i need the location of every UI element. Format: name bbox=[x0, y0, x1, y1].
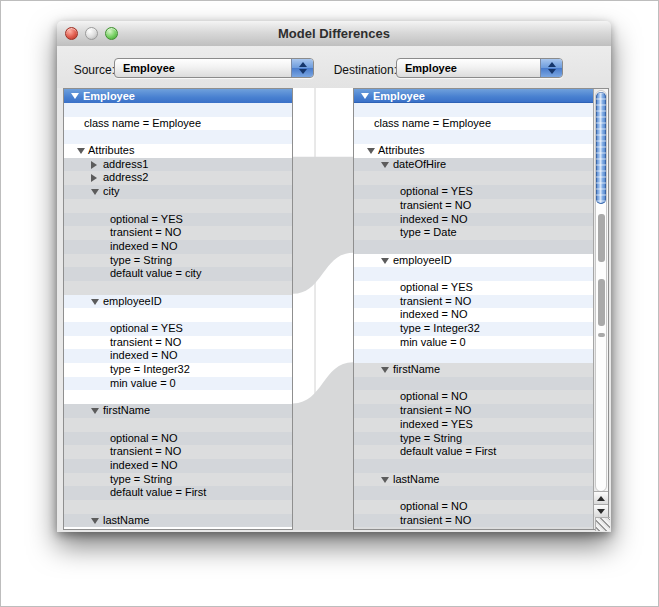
outline-row: class name = Employee bbox=[354, 117, 593, 131]
disclosure-triangle-icon[interactable] bbox=[91, 161, 97, 169]
source-entity-header[interactable]: Employee bbox=[64, 89, 292, 104]
outline-row-label: Attributes bbox=[88, 144, 134, 158]
outline-row: type = String bbox=[64, 254, 292, 268]
diff-connector-gutter bbox=[293, 88, 353, 530]
outline-row bbox=[354, 240, 593, 254]
screenshot-canvas: Model Differences Source: Employee Desti… bbox=[0, 0, 659, 607]
popup-arrows-icon bbox=[540, 59, 562, 77]
disclosure-triangle-icon[interactable] bbox=[91, 299, 99, 305]
outline-row-label: type = Integer32 bbox=[400, 322, 480, 336]
scroll-up-button[interactable] bbox=[594, 491, 608, 504]
scrollbar-thumb[interactable] bbox=[596, 92, 606, 204]
diff-position-marker bbox=[598, 279, 605, 326]
outline-row bbox=[64, 103, 292, 117]
outline-row[interactable]: lastName bbox=[354, 473, 593, 487]
outline-row-label: employeeID bbox=[393, 254, 452, 268]
outline-row[interactable]: address2 bbox=[64, 171, 292, 185]
outline-row bbox=[64, 130, 292, 144]
outline-row-label: default value = First bbox=[110, 486, 206, 500]
outline-row[interactable]: address1 bbox=[64, 158, 292, 172]
outline-row-label: indexed = YES bbox=[400, 418, 473, 432]
outline-row: indexed = NO bbox=[354, 213, 593, 227]
outline-row[interactable]: city bbox=[64, 185, 292, 199]
outline-row-label: transient = NO bbox=[110, 226, 181, 240]
destination-entity-header[interactable]: Employee bbox=[354, 89, 594, 103]
outline-row[interactable]: lastName bbox=[64, 514, 292, 528]
disclosure-triangle-icon[interactable] bbox=[381, 162, 389, 168]
outline-row-label: optional = NO bbox=[400, 500, 468, 514]
outline-row bbox=[354, 486, 593, 500]
outline-row: transient = NO bbox=[354, 404, 593, 418]
outline-row-label: indexed = NO bbox=[400, 213, 468, 227]
disclosure-triangle-icon[interactable] bbox=[381, 477, 389, 483]
source-outline-pane: Employee class name = EmployeeAttributes… bbox=[63, 88, 293, 530]
outline-row: optional = NO bbox=[64, 432, 292, 446]
outline-row[interactable]: firstName bbox=[64, 404, 292, 418]
outline-row: optional = YES bbox=[64, 322, 292, 336]
outline-row: type = Integer32 bbox=[64, 363, 292, 377]
destination-popup[interactable]: Employee bbox=[396, 58, 563, 78]
resize-grip[interactable] bbox=[595, 517, 610, 531]
outline-row bbox=[64, 308, 292, 322]
outline-row[interactable]: Attributes bbox=[64, 144, 292, 158]
outline-row[interactable]: firstName bbox=[354, 363, 593, 377]
disclosure-triangle-icon[interactable] bbox=[367, 148, 375, 154]
disclosure-triangle-icon[interactable] bbox=[381, 367, 389, 373]
outline-row-label: default value = First bbox=[400, 445, 496, 459]
destination-outline-pane: Employee class name = EmployeeAttributes… bbox=[353, 88, 609, 530]
outline-row-label: optional = YES bbox=[400, 185, 473, 199]
entity-name: Employee bbox=[373, 89, 425, 103]
scroll-down-button[interactable] bbox=[594, 504, 608, 517]
entity-name: Employee bbox=[83, 89, 135, 103]
outline-row bbox=[64, 500, 292, 514]
disclosure-triangle-icon bbox=[361, 93, 369, 99]
outline-row-label: type = Date bbox=[400, 226, 457, 240]
disclosure-triangle-icon[interactable] bbox=[381, 258, 389, 264]
outline-row[interactable]: employeeID bbox=[64, 295, 292, 309]
source-outline-rows: class name = EmployeeAttributesaddress1a… bbox=[64, 103, 292, 529]
outline-row-label: dateOfHire bbox=[393, 158, 446, 172]
outline-row-label: transient = NO bbox=[400, 404, 471, 418]
outline-row[interactable]: Attributes bbox=[354, 144, 593, 158]
outline-row-label: indexed = NO bbox=[110, 240, 178, 254]
outline-row-label: optional = NO bbox=[400, 390, 468, 404]
toolbar: Source: Employee Destination: Employee bbox=[57, 46, 611, 88]
outline-row-label: transient = NO bbox=[400, 514, 471, 528]
outline-row-label: optional = YES bbox=[400, 281, 473, 295]
outline-row bbox=[354, 171, 593, 185]
outline-row-label: type = Integer32 bbox=[110, 363, 190, 377]
outline-row: transient = NO bbox=[354, 514, 593, 528]
disclosure-triangle-icon[interactable] bbox=[91, 189, 99, 195]
outline-row-label: transient = NO bbox=[400, 295, 471, 309]
vertical-scrollbar[interactable] bbox=[593, 89, 608, 529]
outline-row-label: address1 bbox=[103, 158, 148, 172]
window-title: Model Differences bbox=[57, 21, 611, 46]
outline-row: indexed = YES bbox=[354, 418, 593, 432]
outline-row bbox=[354, 130, 593, 144]
outline-row[interactable]: dateOfHire bbox=[354, 158, 593, 172]
outline-row: default value = First bbox=[64, 486, 292, 500]
disclosure-triangle-icon[interactable] bbox=[91, 518, 99, 524]
outline-row: type = Integer32 bbox=[354, 322, 593, 336]
up-arrow-icon bbox=[597, 496, 605, 501]
source-popup[interactable]: Employee bbox=[114, 58, 314, 78]
outline-row bbox=[354, 103, 593, 117]
outline-row: optional = NO bbox=[354, 500, 593, 514]
outline-row-label: Attributes bbox=[378, 144, 424, 158]
scrollbar-track[interactable] bbox=[595, 90, 607, 492]
diff-connector-shapes bbox=[293, 88, 353, 530]
outline-row-label: transient = NO bbox=[110, 336, 181, 350]
disclosure-triangle-icon[interactable] bbox=[91, 174, 97, 182]
disclosure-triangle-icon[interactable] bbox=[77, 148, 85, 154]
outline-row-label: min value = 0 bbox=[400, 336, 466, 350]
disclosure-triangle-icon[interactable] bbox=[91, 408, 99, 414]
title-bar[interactable]: Model Differences bbox=[57, 21, 611, 47]
outline-row: transient = NO bbox=[64, 445, 292, 459]
outline-row: type = String bbox=[354, 432, 593, 446]
outline-row: class name = Employee bbox=[64, 117, 292, 131]
outline-row bbox=[354, 377, 593, 391]
outline-row: optional = YES bbox=[354, 281, 593, 295]
outline-row[interactable]: employeeID bbox=[354, 254, 593, 268]
outline-row: optional = YES bbox=[354, 185, 593, 199]
outline-row: default value = First bbox=[354, 445, 593, 459]
